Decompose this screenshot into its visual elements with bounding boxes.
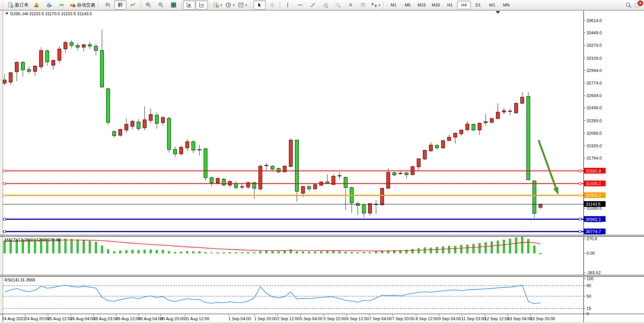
candle-body: [70, 42, 73, 45]
price-badge-label: 30942.1: [586, 217, 601, 222]
candle-body: [454, 133, 457, 137]
candle-body: [393, 172, 396, 175]
line-handle[interactable]: [3, 218, 6, 220]
candle-body: [435, 145, 439, 148]
line-handle[interactable]: [3, 170, 6, 172]
notifications-button[interactable]: 1: [634, 2, 641, 8]
line-handle[interactable]: [3, 230, 6, 233]
macd-histogram-bar: [357, 252, 359, 253]
candle-body: [405, 173, 408, 175]
vertical-line-tool-button[interactable]: [282, 0, 294, 10]
macd-histogram-bar: [534, 246, 536, 253]
chart-title: DJ30-,H4 31102.5 31170.5 31102.5 31143.5: [10, 11, 92, 16]
macd-histogram-bar: [77, 240, 79, 253]
line-handle[interactable]: [579, 218, 581, 220]
candle-body: [143, 120, 147, 128]
candle-body: [429, 145, 433, 151]
cursor-button[interactable]: [253, 0, 266, 10]
candle-body: [3, 80, 6, 83]
pane-splitter[interactable]: [0, 235, 644, 236]
new-order-label: 新订单: [15, 2, 29, 8]
candle-body: [515, 103, 518, 113]
candle-body: [362, 205, 366, 213]
candle-body: [137, 122, 140, 129]
new-order-button[interactable]: 新订单: [6, 0, 30, 10]
auto-scroll-button[interactable]: [183, 0, 195, 10]
data-window-button[interactable]: [43, 0, 55, 10]
time-axis-label: 6 Sep 12:00: [346, 316, 369, 321]
macd-histogram-bar: [89, 241, 91, 253]
line-handle[interactable]: [579, 170, 581, 172]
macd-histogram-bar: [485, 243, 487, 253]
time-axis-label: 28 Aug 23:00: [93, 316, 118, 321]
macd-histogram-bar: [320, 252, 322, 253]
candle-body: [356, 204, 360, 206]
channel-tool-button[interactable]: E: [319, 0, 332, 10]
toolbar-grip[interactable]: [383, 1, 385, 9]
bar-chart-button[interactable]: [102, 0, 114, 10]
rsi-scale-label: 15: [587, 306, 591, 311]
text-tool-button[interactable]: A: [344, 0, 357, 10]
timeframe-h4-button[interactable]: H4: [457, 1, 471, 9]
timeframe-d1-button[interactable]: D1: [471, 1, 485, 9]
line-handle[interactable]: [579, 230, 581, 233]
timeframe-mn-button[interactable]: MN: [499, 1, 513, 9]
zoom-in-button[interactable]: [142, 0, 155, 10]
macd-histogram-bar: [308, 252, 310, 253]
tile-windows-button[interactable]: [167, 0, 180, 10]
candle-body: [387, 172, 390, 188]
templates-button[interactable]: ▾: [236, 0, 249, 10]
line-handle[interactable]: [3, 194, 6, 196]
horizontal-line-tool-button[interactable]: [294, 0, 306, 10]
timeframe-w1-button[interactable]: W1: [485, 1, 499, 9]
candle-body: [88, 45, 92, 46]
line-handle[interactable]: [3, 182, 6, 185]
price-axis-label: 33614.0: [587, 18, 602, 23]
candle-body: [100, 50, 104, 87]
timeframe-h1-button[interactable]: H1: [443, 1, 457, 9]
time-axis-label: 24 Aug 2022: [2, 316, 26, 321]
line-handle[interactable]: [579, 194, 581, 196]
candlestick-chart-button[interactable]: [114, 0, 126, 10]
rsi-label: RSI(14) 31.3565: [5, 278, 35, 282]
fibonacci-tool-button[interactable]: F: [332, 0, 344, 10]
chart-shift-button[interactable]: [196, 0, 208, 10]
periods-button[interactable]: ▾: [224, 0, 236, 10]
pane-splitter[interactable]: [0, 275, 644, 276]
indicators-button[interactable]: ▾: [211, 0, 223, 10]
macd-histogram-bar: [272, 251, 274, 253]
market-watch-button[interactable]: [30, 0, 43, 10]
autotrading-button[interactable]: 自动交易: [68, 0, 97, 10]
time-axis-label: 1 Sep 04:00: [228, 316, 251, 321]
signals-button[interactable]: [56, 0, 68, 10]
line-handle[interactable]: [579, 182, 581, 185]
line-chart-button[interactable]: [127, 0, 139, 10]
timeframe-m30-button[interactable]: M30: [429, 1, 443, 9]
toolbar-separator: [181, 1, 182, 9]
candle-body: [502, 111, 506, 112]
toolbar-grip[interactable]: [250, 1, 252, 9]
crosshair-button[interactable]: [266, 0, 278, 10]
indicators-icon: [213, 2, 219, 8]
toolbar-grip[interactable]: [3, 1, 5, 9]
candle-body: [155, 115, 159, 123]
timeframe-m1-button[interactable]: M1: [387, 1, 400, 9]
macd-scale-label: 270.8: [587, 236, 597, 241]
candle-body: [210, 178, 214, 183]
price-axis-label: 33279.0: [587, 43, 602, 48]
timeframe-m15-button[interactable]: M15: [415, 1, 429, 9]
shapes-tool-button[interactable]: ▾: [370, 0, 382, 10]
toolbar-grip[interactable]: [98, 1, 100, 9]
rsi-scale-label: 80: [587, 283, 591, 288]
macd-histogram-bar: [375, 252, 377, 253]
time-axis-label: 11 Sep 23:00: [461, 316, 486, 321]
macd-histogram-bar: [442, 246, 444, 253]
search-icon[interactable]: [625, 2, 632, 8]
candle-body: [52, 60, 55, 65]
svg-text:A: A: [349, 2, 352, 8]
macd-histogram-bar: [479, 243, 481, 253]
zoom-out-button[interactable]: [155, 0, 167, 10]
label-tool-button[interactable]: T: [357, 0, 369, 10]
timeframe-m5-button[interactable]: M5: [401, 1, 414, 9]
trendline-tool-button[interactable]: [307, 0, 319, 10]
